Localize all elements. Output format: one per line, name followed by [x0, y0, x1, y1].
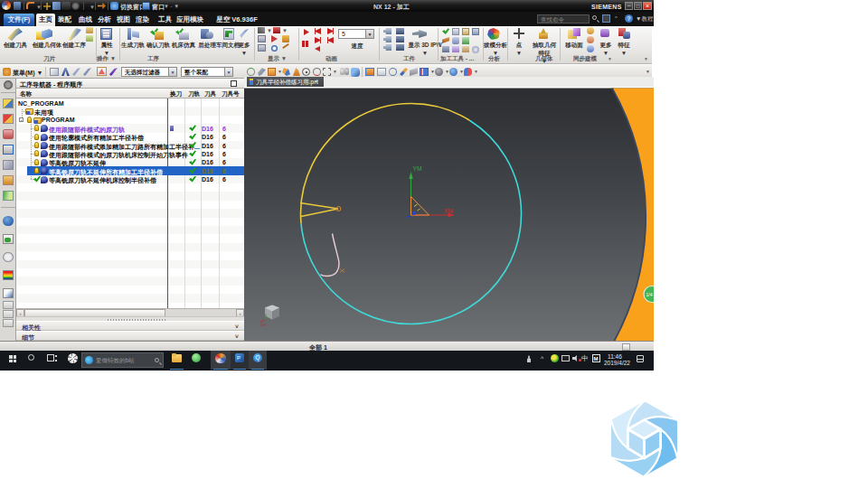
svg-text:XM: XM [444, 207, 453, 213]
svg-text:YM: YM [413, 165, 422, 172]
svg-text:XM: XM [260, 322, 266, 326]
svg-text:1/4: 1/4 [646, 292, 653, 297]
